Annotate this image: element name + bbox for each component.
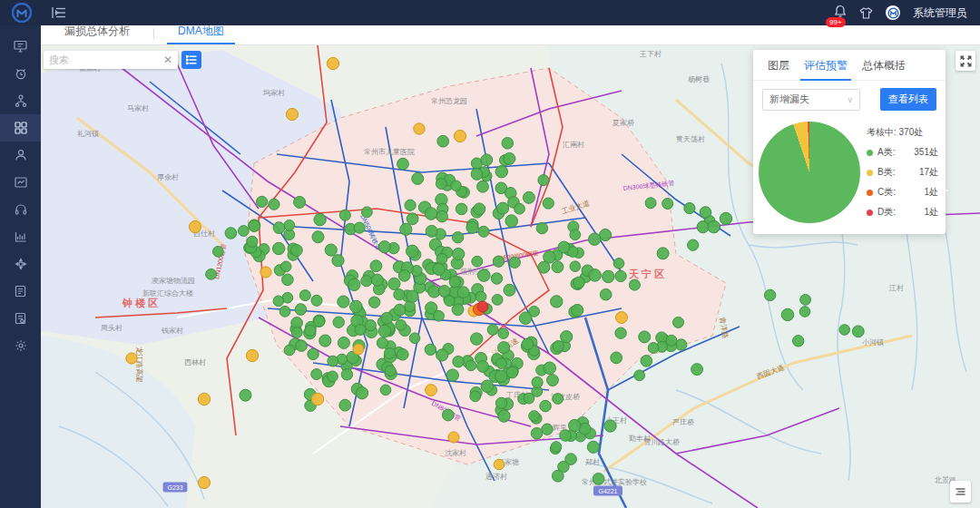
leak-marker-a[interactable] [477,361,489,373]
leak-marker-a[interactable] [504,284,515,296]
leak-marker-a[interactable] [240,389,251,401]
leak-marker-a[interactable] [570,230,581,240]
view-list-button[interactable]: 查看列表 [880,88,936,111]
leak-marker-a[interactable] [398,269,410,281]
panel-tab-overview[interactable]: 总体概括 [857,50,911,80]
search-input[interactable] [49,54,163,65]
leak-marker-a[interactable] [561,331,573,343]
leak-marker-a[interactable] [397,158,409,170]
leak-marker-a[interactable] [249,220,260,232]
leak-marker-a[interactable] [634,370,645,381]
leak-marker-a[interactable] [700,207,711,219]
leak-marker-a[interactable] [394,289,405,300]
sidebar-item-org[interactable] [0,87,41,114]
leak-marker-a[interactable] [613,259,624,269]
leak-marker-a[interactable] [495,166,507,178]
leak-marker-a[interactable] [299,290,310,301]
sidebar-item-reports-chart[interactable] [0,223,41,250]
leak-marker-a[interactable] [684,202,695,213]
leak-marker-a[interactable] [471,333,483,345]
leak-marker-a[interactable] [519,312,532,325]
leak-marker-a[interactable] [380,385,391,396]
leak-marker-a[interactable] [356,387,368,399]
leak-marker-a[interactable] [662,199,673,210]
leak-marker-a[interactable] [645,198,656,209]
leak-marker-a[interactable] [536,222,547,233]
leak-marker-a[interactable] [639,331,651,343]
leak-marker-a[interactable] [425,208,437,220]
leak-marker-a[interactable] [319,335,331,347]
leak-marker-a[interactable] [603,270,614,282]
leak-marker-a[interactable] [396,319,407,330]
leak-marker-a[interactable] [648,343,659,354]
legend-item[interactable]: D类: 1处 [867,206,938,219]
leak-marker-a[interactable] [552,261,564,273]
sidebar-collapse-icon[interactable] [52,6,66,19]
leak-marker-a[interactable] [339,210,350,220]
leak-marker-a[interactable] [312,231,324,243]
leak-marker-a[interactable] [504,152,515,164]
leak-marker-a[interactable] [338,337,349,348]
leak-marker-a[interactable] [547,375,559,386]
leak-marker-a[interactable] [257,196,268,207]
leak-marker-a[interactable] [457,287,469,298]
leak-marker-a[interactable] [451,181,462,191]
user-name[interactable]: 系统管理员 [913,5,967,21]
leak-marker-a[interactable] [328,356,338,366]
leak-marker-a[interactable] [553,394,564,405]
leak-marker-a[interactable] [531,427,543,439]
leak-marker-a[interactable] [437,135,449,147]
leak-marker-a[interactable] [355,325,366,336]
leak-marker-a[interactable] [247,236,258,247]
leak-marker-a[interactable] [532,376,543,387]
leak-marker-a[interactable] [657,248,669,259]
leak-marker-a[interactable] [338,296,349,308]
leak-marker-b[interactable] [189,220,201,232]
leak-marker-a[interactable] [273,222,285,234]
leak-marker-a[interactable] [569,419,581,431]
leak-marker-a[interactable] [506,366,518,378]
leak-marker-a[interactable] [472,256,483,267]
leak-marker-a[interactable] [466,221,478,233]
leak-marker-a[interactable] [407,290,418,302]
sidebar-item-support[interactable] [0,196,41,223]
leak-marker-a[interactable] [314,213,326,225]
leak-marker-a[interactable] [405,200,416,210]
leak-marker-a[interactable] [365,320,376,331]
leak-marker-a[interactable] [325,244,337,256]
leak-marker-a[interactable] [611,352,622,364]
sidebar-item-audit[interactable] [0,305,41,332]
leak-marker-a[interactable] [377,337,387,348]
leak-marker-a[interactable] [269,199,279,210]
leak-marker-a[interactable] [341,369,352,380]
leak-marker-a[interactable] [294,196,306,208]
leak-marker-a[interactable] [514,203,525,214]
leak-marker-a[interactable] [570,261,581,272]
leak-marker-a[interactable] [394,304,406,316]
leak-marker-a[interactable] [481,380,494,393]
leak-marker-b[interactable] [286,108,298,120]
leak-marker-a[interactable] [280,261,291,272]
leak-marker-a[interactable] [362,207,373,218]
leak-marker-a[interactable] [551,442,562,453]
leak-marker-a[interactable] [282,274,294,286]
leak-marker-a[interactable] [604,420,616,432]
leak-marker-a[interactable] [505,215,518,228]
leak-marker-a[interactable] [475,291,486,302]
leak-marker-a[interactable] [538,261,550,273]
leak-marker-a[interactable] [481,154,493,166]
leak-marker-a[interactable] [305,325,316,336]
leak-marker-a[interactable] [553,341,564,352]
leak-marker-a[interactable] [852,326,864,337]
sidebar-item-documents[interactable] [0,278,41,305]
leak-marker-a[interactable] [496,358,507,369]
leak-marker-a[interactable] [799,307,810,318]
leak-marker-b[interactable] [353,344,364,355]
leak-marker-a[interactable] [720,212,731,224]
leak-marker-a[interactable] [538,175,549,186]
leak-marker-a[interactable] [629,279,640,290]
leak-marker-a[interactable] [279,306,290,317]
leak-marker-a[interactable] [764,289,775,300]
leak-marker-a[interactable] [273,242,285,254]
leak-marker-b[interactable] [126,353,137,364]
